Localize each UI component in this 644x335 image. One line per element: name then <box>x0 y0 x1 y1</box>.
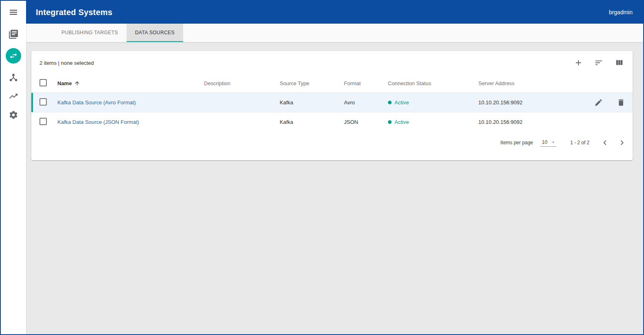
tab-data-sources[interactable]: DATA SOURCES <box>127 24 183 42</box>
row-source-type: Kafka <box>280 112 344 132</box>
row-source-type: Kafka <box>280 93 344 112</box>
column-header-source-type[interactable]: Source Type <box>280 75 344 93</box>
row-name-link[interactable]: Kafka Data Source (JSON Format) <box>57 119 139 125</box>
paginator: Items per page 10 1 - 2 of 2 <box>31 132 633 154</box>
column-header-description[interactable]: Description <box>204 75 280 93</box>
row-name-link[interactable]: Kafka Data Source (Avro Format) <box>57 99 136 106</box>
select-all-checkbox[interactable] <box>39 79 47 86</box>
table-header-row: Name Description Source Type Format Conn… <box>31 75 633 93</box>
previous-page-icon[interactable] <box>600 138 610 148</box>
items-per-page-label: Items per page <box>500 140 533 145</box>
delete-icon[interactable] <box>617 98 625 107</box>
row-description <box>204 93 280 112</box>
data-sources-table: Name Description Source Type Format Conn… <box>31 75 633 132</box>
dropdown-arrow-icon <box>551 140 556 145</box>
add-icon[interactable] <box>574 58 583 67</box>
column-header-name[interactable]: Name <box>57 80 80 86</box>
column-header-format[interactable]: Format <box>344 75 388 93</box>
page-size-select[interactable]: 10 <box>540 139 556 147</box>
next-page-icon[interactable] <box>617 138 627 148</box>
row-checkbox[interactable] <box>39 98 47 106</box>
status-badge: Active <box>388 99 409 106</box>
page-title: Integrated Systems <box>36 8 112 17</box>
analytics-nav-icon[interactable] <box>9 91 18 101</box>
settings-nav-icon[interactable] <box>9 110 18 120</box>
column-header-server-address[interactable]: Server Address <box>478 75 572 93</box>
feeds-nav-icon[interactable] <box>9 29 18 39</box>
sidebar <box>1 1 26 334</box>
selection-summary: 2 items | none selected <box>39 60 94 66</box>
integrated-systems-nav-icon[interactable] <box>6 48 21 64</box>
table-row[interactable]: Kafka Data Source (JSON Format) Kafka JS… <box>31 112 633 132</box>
sort-ascending-icon[interactable] <box>74 80 80 86</box>
data-sources-card: 2 items | none selected <box>31 51 633 160</box>
table-row[interactable]: Kafka Data Source (Avro Format) Kafka Av… <box>31 93 633 112</box>
content-area: 2 items | none selected <box>26 42 643 334</box>
table-toolbar: 2 items | none selected <box>31 51 633 75</box>
edit-icon[interactable] <box>594 98 603 107</box>
row-checkbox[interactable] <box>39 118 47 125</box>
swap-horizontal-icon <box>9 51 18 60</box>
page-range: 1 - 2 of 2 <box>570 140 589 145</box>
filter-sort-icon[interactable] <box>594 58 603 67</box>
row-server-address: 10.10.20.156:9092 <box>478 93 572 112</box>
tab-bar: PUBLISHING TARGETS DATA SOURCES <box>26 24 643 42</box>
row-server-address: 10.10.20.156:9092 <box>478 112 572 132</box>
columns-icon[interactable] <box>615 58 624 67</box>
row-format: JSON <box>344 112 388 132</box>
column-header-connection-status[interactable]: Connection Status <box>388 75 478 93</box>
username[interactable]: brgadmin <box>609 9 633 15</box>
status-dot-icon <box>388 120 392 124</box>
tab-publishing-targets[interactable]: PUBLISHING TARGETS <box>53 24 127 42</box>
status-dot-icon <box>388 101 392 104</box>
hierarchy-nav-icon[interactable] <box>9 73 18 82</box>
app-header: Integrated Systems brgadmin <box>26 1 643 24</box>
status-badge: Active <box>388 119 409 125</box>
menu-icon[interactable] <box>9 7 18 17</box>
row-format: Avro <box>344 93 388 112</box>
row-description <box>204 112 280 132</box>
